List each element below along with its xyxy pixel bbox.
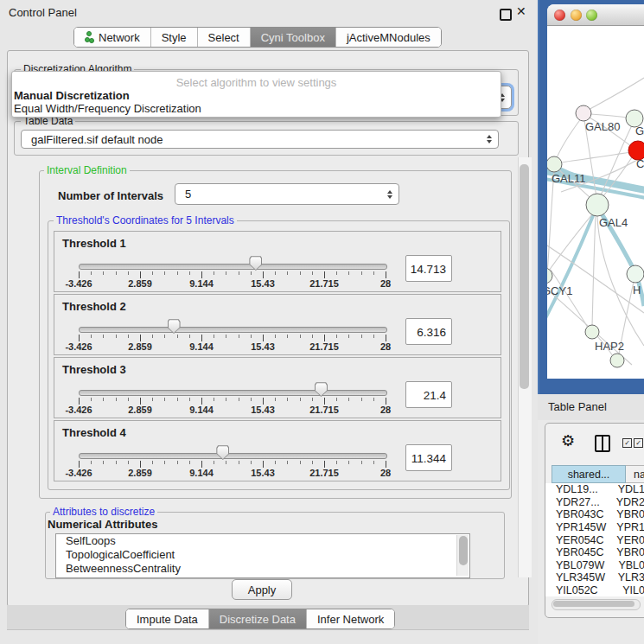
float-window-icon[interactable]: [500, 9, 512, 21]
threshold-value-input[interactable]: 11.344: [405, 444, 452, 471]
list-scrollbar-track[interactable]: [456, 535, 469, 576]
tick-mark: [140, 271, 141, 278]
algorithm-option-manual[interactable]: Manual Discretization: [14, 89, 130, 102]
checkbox-icon[interactable]: ✓: [622, 438, 632, 448]
tick-mark: [239, 461, 239, 464]
tab-cyni-toolbox[interactable]: Cyni Toolbox: [251, 28, 336, 47]
algorithm-option-equal-width[interactable]: Equal Width/Frequency Discretization: [14, 102, 201, 115]
tick-mark: [226, 335, 226, 338]
table-row[interactable]: YDR27...YDR2: [545, 496, 644, 509]
tick-mark: [152, 461, 153, 464]
tab-jactivemnodules[interactable]: jActiveMNodules: [336, 28, 441, 47]
tab-impute-data[interactable]: Impute Data: [126, 609, 209, 628]
threshold-value-input[interactable]: 6.316: [405, 318, 452, 345]
zoom-traffic-light-icon[interactable]: [586, 10, 597, 21]
panel-scrollbar-thumb[interactable]: [520, 164, 529, 389]
table-panel: ⚙ ✓ ✓ shared... na YDL19...YDL1YDR27...Y…: [545, 423, 644, 618]
threshold-label: Threshold 2: [62, 300, 126, 313]
threshold-slider-track[interactable]: [79, 390, 387, 396]
cell-shared-name: YER054C: [545, 534, 612, 546]
tick-mark: [275, 335, 276, 338]
network-window-titlebar[interactable]: [547, 4, 644, 26]
network-edge[interactable]: [592, 215, 596, 326]
tab-infer-network[interactable]: Infer Network: [307, 609, 394, 628]
cell-shared-name: YLR345W: [545, 571, 614, 583]
table-row[interactable]: YBR043CYBR0: [545, 508, 644, 521]
attribute-item-selfloops[interactable]: SelfLoops: [56, 534, 469, 548]
tick-mark: [201, 335, 202, 341]
minimize-traffic-light-icon[interactable]: [571, 10, 582, 21]
cell-shared-name: YIL052C: [545, 584, 618, 596]
table-row[interactable]: YBL079WYBL0: [545, 559, 644, 572]
network-node[interactable]: [610, 354, 624, 367]
checkbox-icon[interactable]: ✓: [634, 438, 643, 448]
network-edge[interactable]: [547, 171, 554, 274]
close-traffic-light-icon[interactable]: [554, 10, 565, 21]
network-node-gal11[interactable]: [547, 156, 562, 172]
table-row[interactable]: YLR345WYLR3: [545, 571, 644, 584]
tick-mark: [336, 335, 337, 338]
tick-label: 9.144: [189, 278, 214, 289]
network-edge[interactable]: [560, 152, 630, 163]
column-header-name[interactable]: na: [626, 465, 644, 483]
tick-mark: [361, 335, 362, 338]
num-intervals-spinner[interactable]: 5: [175, 183, 399, 205]
threshold-slider-track[interactable]: [79, 264, 387, 270]
tab-network[interactable]: Network: [74, 28, 151, 47]
cell-name: YBR0: [612, 508, 644, 520]
tick-mark: [152, 398, 153, 401]
threshold-slider-track[interactable]: [79, 453, 387, 459]
tick-mark: [189, 461, 190, 464]
table-hscrollbar-thumb[interactable]: [553, 601, 634, 607]
table-row[interactable]: YBR045CYBR0: [545, 546, 644, 559]
tab-style[interactable]: Style: [151, 28, 198, 47]
split-columns-icon[interactable]: [595, 435, 610, 452]
network-node-hap2[interactable]: [585, 325, 599, 339]
network-node-h[interactable]: [627, 265, 644, 283]
network-edge[interactable]: [549, 214, 592, 271]
gear-icon[interactable]: ⚙: [561, 431, 575, 450]
tick-label: 15.43: [251, 468, 275, 478]
tick-mark: [386, 398, 386, 405]
tab-select[interactable]: Select: [198, 28, 251, 47]
tick-mark: [140, 398, 141, 405]
tick-mark: [140, 335, 141, 341]
tick-label: 15.43: [251, 278, 275, 289]
table-row[interactable]: YDL19...YDL1: [545, 483, 644, 496]
cell-shared-name: YPR145W: [545, 521, 612, 533]
threshold-panel-threshold-4: Threshold 4-3.4262.8599.14415.4321.71528…: [54, 420, 501, 481]
table-row[interactable]: YIL052CYIL0: [545, 584, 644, 597]
network-edge[interactable]: [587, 78, 644, 111]
column-header-shared[interactable]: shared...: [552, 465, 626, 483]
tick-mark: [152, 335, 153, 338]
network-edge[interactable]: [590, 114, 628, 118]
threshold-value-input[interactable]: 21.4: [405, 381, 452, 408]
network-icon: [85, 31, 93, 43]
network-node-gal4[interactable]: [586, 194, 609, 216]
tick-mark: [324, 271, 325, 278]
tick-mark: [336, 398, 337, 401]
list-scrollbar-thumb[interactable]: [459, 536, 468, 565]
apply-button[interactable]: Apply: [232, 579, 292, 600]
table-row[interactable]: YPR145WYPR1: [545, 521, 644, 534]
network-node-gal80[interactable]: [576, 105, 591, 121]
top-tab-bar: NetworkStyleSelectCyni ToolboxjActiveMNo…: [73, 27, 442, 48]
close-icon[interactable]: ✕: [516, 4, 526, 18]
attribute-item-topologicalcoefficient[interactable]: TopologicalCoefficient: [56, 548, 469, 562]
tick-label: 9.144: [189, 405, 214, 415]
network-edge[interactable]: [547, 209, 596, 320]
tab-discretize-data[interactable]: Discretize Data: [209, 609, 307, 628]
tick-mark: [275, 271, 276, 275]
tick-mark: [373, 398, 374, 401]
table-data-combobox[interactable]: galFiltered.sif default node: [21, 130, 499, 149]
threshold-value-input[interactable]: 14.713: [405, 255, 452, 282]
control-panel: Control Panel ✕ NetworkStyleSelectCyni T…: [0, 0, 538, 644]
table-row[interactable]: YER054CYER0: [545, 533, 644, 546]
attribute-item-betweennesscentrality[interactable]: BetweennessCentrality: [56, 562, 469, 576]
network-canvas[interactable]: GAL80GACGAL11GAL4GCY1HHAP2: [547, 26, 644, 379]
network-edge[interactable]: [556, 118, 582, 160]
cell-name: YBL0: [614, 559, 644, 571]
numerical-attributes-list[interactable]: SelfLoopsTopologicalCoefficientBetweenne…: [55, 533, 470, 578]
threshold-slider-track[interactable]: [79, 327, 387, 333]
table-hscrollbar[interactable]: [552, 599, 641, 610]
